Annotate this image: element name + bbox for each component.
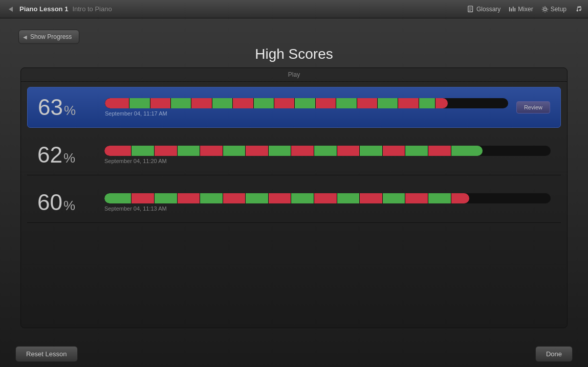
score-bar-2 (104, 146, 551, 156)
seg (246, 193, 268, 203)
seg (269, 193, 291, 203)
seg (337, 193, 360, 203)
svg-marker-0 (9, 7, 13, 12)
seg (104, 146, 131, 156)
score-row-2: 62% (27, 135, 561, 175)
seg (451, 193, 469, 203)
topbar-left: Piano Lesson 1 Intro to Piano (6, 5, 467, 14)
mixer-button[interactable]: Mixer (509, 6, 533, 13)
score-row-1: 63% (27, 87, 561, 128)
page-title: High Scores (10, 46, 578, 62)
seg (360, 146, 382, 156)
seg (316, 98, 336, 108)
score-bar-1 (105, 98, 508, 108)
seg (132, 146, 154, 156)
seg (295, 98, 315, 108)
score-row-3: 60% (27, 182, 561, 223)
seg (337, 146, 360, 156)
score-value-3: 60% (37, 190, 96, 215)
seg (191, 98, 211, 108)
score-date-3: September 04, 11:13 AM (104, 205, 551, 212)
seg (451, 146, 483, 156)
score-bar-area-3: September 04, 11:13 AM (104, 193, 551, 212)
back-button[interactable] (6, 5, 15, 14)
seg (200, 146, 223, 156)
glossary-button[interactable]: Glossary (467, 6, 500, 13)
show-progress-arrow: ◀ (23, 34, 27, 40)
score-value-2: 62% (37, 142, 96, 168)
mixer-label: Mixer (518, 6, 533, 13)
seg (150, 98, 170, 108)
seg (178, 193, 200, 203)
seg (246, 146, 268, 156)
music-button[interactable] (575, 6, 582, 13)
seg (336, 98, 356, 108)
bottom-bar: Reset Lesson Done (0, 340, 588, 367)
setup-label: Setup (551, 6, 567, 13)
seg (269, 146, 291, 156)
seg (132, 193, 154, 203)
seg (314, 193, 337, 203)
seg (378, 98, 398, 108)
seg (383, 193, 405, 203)
seg (104, 193, 131, 203)
content-area: ◀ Show Progress High Scores Play 63% (0, 18, 588, 367)
seg (398, 98, 418, 108)
seg (314, 146, 337, 156)
review-button[interactable]: Review (516, 101, 550, 113)
seg (383, 146, 405, 156)
seg (155, 193, 177, 203)
seg (223, 193, 246, 203)
seg (155, 146, 177, 156)
score-date-1: September 04, 11:17 AM (105, 110, 508, 117)
seg (357, 98, 377, 108)
seg (223, 146, 246, 156)
seg (405, 146, 428, 156)
score-date-2: September 04, 11:20 AM (104, 158, 551, 164)
app-subtitle: Intro to Piano (72, 5, 112, 13)
svg-rect-6 (511, 8, 512, 11)
seg (428, 193, 451, 203)
main-panel: Play 63% (20, 67, 568, 328)
seg (129, 98, 149, 108)
seg (200, 193, 223, 203)
reset-lesson-button[interactable]: Reset Lesson (15, 346, 78, 362)
seg (212, 98, 232, 108)
glossary-label: Glossary (476, 6, 500, 13)
setup-button[interactable]: Setup (541, 6, 567, 13)
svg-rect-7 (513, 6, 514, 11)
done-button[interactable]: Done (535, 346, 573, 362)
seg (105, 98, 129, 108)
svg-rect-5 (509, 7, 510, 11)
topbar: Piano Lesson 1 Intro to Piano Glossary M… (0, 0, 588, 18)
show-progress-label: Show Progress (30, 33, 72, 40)
svg-rect-8 (515, 8, 516, 11)
seg (405, 193, 428, 203)
seg (254, 98, 274, 108)
score-bar-area-1: September 04, 11:17 AM (105, 98, 508, 117)
app-title: Piano Lesson 1 (19, 5, 68, 13)
seg (428, 146, 451, 156)
panel-tab[interactable]: Play (21, 68, 567, 82)
seg (233, 98, 253, 108)
seg (171, 98, 191, 108)
seg (178, 146, 200, 156)
seg (274, 98, 294, 108)
score-value-1: 63% (38, 95, 97, 120)
topbar-right: Glossary Mixer Setup (467, 6, 582, 13)
score-bar-area-2: September 04, 11:20 AM (104, 146, 551, 164)
seg (435, 98, 448, 108)
seg (291, 193, 314, 203)
seg (360, 193, 382, 203)
show-progress-button[interactable]: ◀ Show Progress (18, 30, 79, 44)
score-bar-3 (104, 193, 551, 203)
seg (419, 98, 435, 108)
seg (291, 146, 314, 156)
